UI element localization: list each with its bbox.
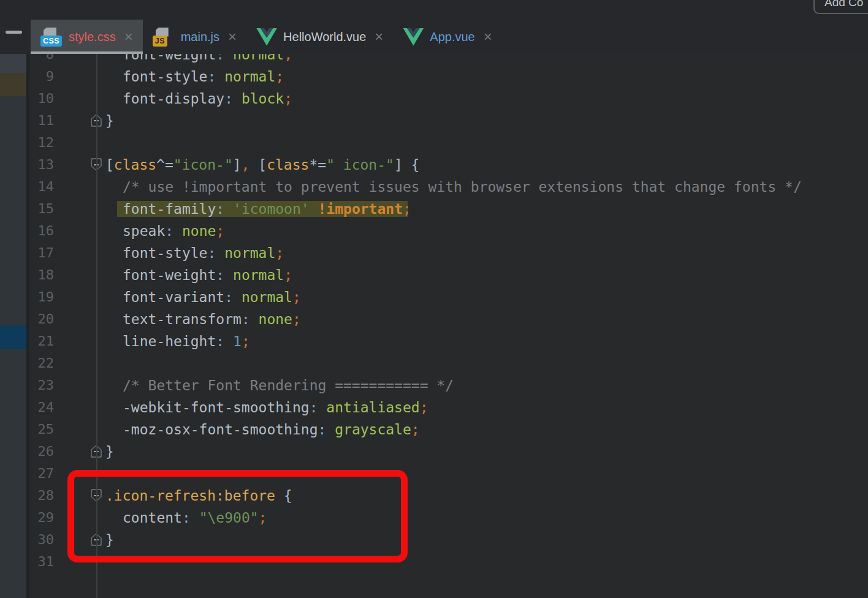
line-number: 27 xyxy=(29,463,54,485)
code-line-17: 17font-style: normal; xyxy=(29,242,868,264)
line-number: 12 xyxy=(29,132,54,154)
line-number: 15 xyxy=(29,198,54,220)
line-number: 18 xyxy=(29,264,54,286)
code-text: -moz-osx-font-smoothing: grayscale; xyxy=(123,418,420,441)
scroll-marker-navy xyxy=(0,325,26,349)
tab-label: style.css xyxy=(69,30,116,44)
line-number: 24 xyxy=(29,396,54,418)
code-line-24: 24-webkit-font-smoothing: antialiased; xyxy=(29,396,868,418)
editor-tab-bar: CSSstyle.css×JSmain.js×HelloWorld.vue×Ap… xyxy=(0,20,868,54)
line-number: 30 xyxy=(29,529,54,551)
code-line-18: 18font-weight: normal; xyxy=(29,264,868,286)
code-text: text-transform: none; xyxy=(123,308,301,330)
line-number: 9 xyxy=(29,66,54,88)
left-marker-stripe xyxy=(0,54,29,598)
line-number: 14 xyxy=(29,176,54,198)
close-icon[interactable]: × xyxy=(484,29,492,44)
code-text: speak: none; xyxy=(123,220,224,242)
scroll-marker-gray xyxy=(0,54,26,73)
line-number: 29 xyxy=(29,507,54,529)
code-line-9: 9font-style: normal; xyxy=(29,66,868,88)
code-text: font-style: normal; xyxy=(123,242,284,264)
code-line-14: 14/* use !important to prevent issues wi… xyxy=(29,176,868,198)
code-text: } xyxy=(105,441,114,463)
line-number: 11 xyxy=(29,110,54,132)
code-line-10: 10font-display: block; xyxy=(29,88,868,110)
vue-file-icon xyxy=(256,28,277,46)
code-text: font-weight: normal; xyxy=(123,264,292,286)
js-file-icon: JS xyxy=(153,28,175,47)
tab-app-vue[interactable]: App.vue× xyxy=(393,20,501,54)
code-line-15: 15font-family: 'icomoon' !important; xyxy=(29,198,868,220)
close-icon[interactable]: × xyxy=(124,29,133,44)
line-number: 16 xyxy=(29,220,54,242)
scroll-marker-olive xyxy=(0,73,26,96)
code-text: /* Better Font Rendering =========== */ xyxy=(123,374,454,396)
ide-header-bar: Add Co xyxy=(0,0,868,21)
code-line-20: 20text-transform: none; xyxy=(29,308,868,330)
code-text: font-display: block; xyxy=(123,88,292,110)
line-number: 20 xyxy=(29,308,54,330)
code-line-12: 12 xyxy=(29,132,868,154)
line-number: 26 xyxy=(29,441,54,463)
code-line-19: 19font-variant: normal; xyxy=(29,286,868,308)
code-text: -webkit-font-smoothing: antialiased; xyxy=(123,396,428,418)
tab-main-js[interactable]: JSmain.js× xyxy=(143,20,246,54)
code-text: font-variant: normal; xyxy=(123,286,301,308)
line-number: 22 xyxy=(29,352,54,374)
line-number: 21 xyxy=(29,330,54,352)
close-icon[interactable]: × xyxy=(228,29,237,44)
line-number: 31 xyxy=(29,551,54,573)
code-text: font-family: 'icomoon' !important; xyxy=(123,198,411,220)
vue-file-icon xyxy=(403,28,424,46)
collapse-dash-icon[interactable] xyxy=(6,31,22,34)
ide-window: 8font-weight: normal;9font-style: normal… xyxy=(0,0,868,598)
tab-label: main.js xyxy=(181,30,219,44)
tab-style-css[interactable]: CSSstyle.css× xyxy=(31,20,143,54)
code-line-13: 13[class^="icon-"], [class*=" icon-"] { xyxy=(29,154,868,176)
code-line-26: 26} xyxy=(29,441,868,463)
line-number: 23 xyxy=(29,374,54,396)
code-line-16: 16speak: none; xyxy=(29,220,868,242)
add-configuration-button[interactable]: Add Co xyxy=(813,0,868,14)
line-number: 17 xyxy=(29,242,54,264)
tab-helloworld-vue[interactable]: HelloWorld.vue× xyxy=(246,20,393,54)
code-line-22: 22 xyxy=(29,352,868,374)
code-text: /* use !important to prevent issues with… xyxy=(123,176,802,198)
css-file-icon: CSS xyxy=(40,28,63,47)
line-number: 19 xyxy=(29,286,54,308)
close-icon[interactable]: × xyxy=(375,29,383,44)
code-line-21: 21line-height: 1; xyxy=(29,330,868,352)
code-line-25: 25-moz-osx-font-smoothing: grayscale; xyxy=(29,418,868,441)
code-text: } xyxy=(105,110,114,132)
line-number: 25 xyxy=(29,418,54,441)
line-number: 10 xyxy=(29,88,54,110)
line-number: 28 xyxy=(29,485,54,507)
code-line-11: 11} xyxy=(29,110,868,132)
line-number: 13 xyxy=(29,154,54,176)
tab-label: HelloWorld.vue xyxy=(283,30,366,44)
editor-tabs: CSSstyle.css×JSmain.js×HelloWorld.vue×Ap… xyxy=(31,20,502,54)
code-text: line-height: 1; xyxy=(123,330,250,352)
code-text: font-style: normal; xyxy=(123,66,284,88)
code-text: [class^="icon-"], [class*=" icon-"] { xyxy=(105,154,419,176)
tab-label: App.vue xyxy=(430,30,474,44)
annotation-highlight-box xyxy=(67,470,408,562)
code-line-23: 23/* Better Font Rendering =========== *… xyxy=(29,374,868,396)
